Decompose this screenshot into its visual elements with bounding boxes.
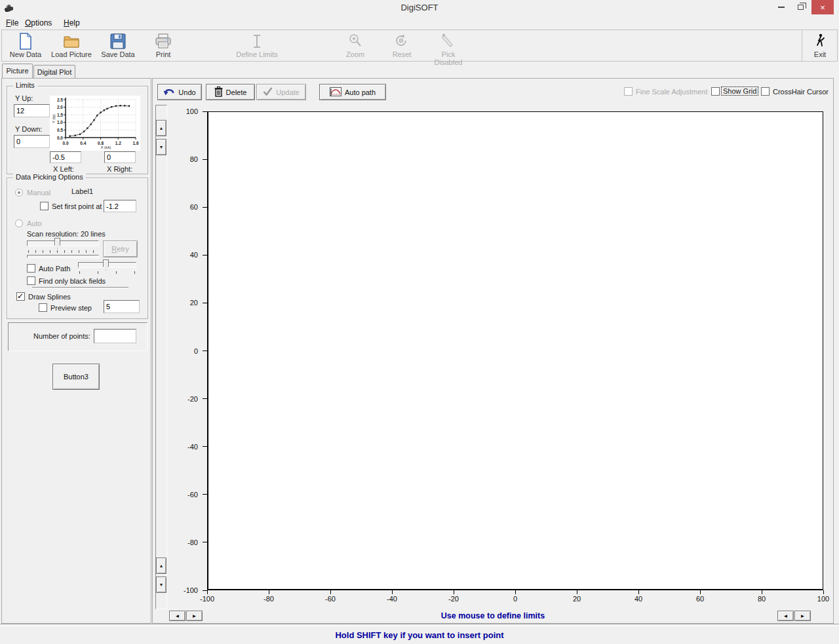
x-tick-label: -20 — [448, 595, 459, 603]
svg-text:X (kA): X (kA) — [101, 145, 111, 149]
x-tick-mark — [700, 590, 701, 594]
y-tick-label: 100 — [186, 107, 198, 115]
tab-strip: Picture Digital Plot — [0, 63, 839, 78]
menu-file[interactable]: File — [3, 17, 22, 29]
retry-button-label: Retry — [111, 245, 128, 253]
close-button[interactable]: × — [811, 0, 834, 14]
auto-path-slider-thumb[interactable] — [103, 259, 109, 271]
scroll-left-button-right[interactable]: ◄ — [777, 611, 794, 621]
maximize-button[interactable] — [790, 0, 810, 14]
y-up-label: Y Up: — [15, 94, 33, 102]
digitizing-canvas[interactable] — [207, 111, 823, 590]
button3[interactable]: Button3 — [52, 364, 100, 390]
pick-disabled-button[interactable]: Pick Disabled — [427, 33, 470, 66]
delete-label: Delete — [226, 88, 247, 96]
menu-help[interactable]: Help — [60, 17, 83, 29]
auto-path-button[interactable]: Auto path — [319, 84, 386, 100]
scan-resolution-slider-track[interactable] — [27, 240, 99, 246]
magnifier-icon — [339, 33, 372, 50]
series-label: Label1 — [71, 187, 93, 195]
pencil-icon — [427, 33, 470, 50]
x-tick-label: -40 — [387, 595, 397, 603]
exit-button[interactable]: Exit — [804, 33, 836, 58]
limits-group: Limits Y Up: Y Down: 0.00.40.81.21.60.00… — [7, 86, 148, 174]
define-limits-button[interactable]: Define Limits — [230, 33, 284, 58]
scroll-up-button-top[interactable]: ▲ — [156, 120, 166, 136]
set-first-point-checkbox[interactable] — [40, 202, 49, 210]
find-only-black-checkbox[interactable] — [27, 276, 35, 285]
vertical-scroll-strip: ▲ ▼ ▲ ▼ — [155, 105, 167, 609]
menu-options[interactable]: Options — [22, 17, 55, 29]
status-bar: Hold SHIFT key if you want to insert poi… — [0, 626, 839, 644]
toolbar-button-label: Exit — [814, 50, 826, 58]
plot-area: 100806040200-20-40-60-80-100 -100-80-60-… — [207, 111, 823, 590]
x-tick-mark — [454, 590, 454, 594]
x-left-label: X Left: — [53, 165, 74, 173]
undo-button[interactable]: Undo — [157, 84, 202, 100]
check-icon — [263, 87, 273, 97]
auto-radio[interactable] — [15, 219, 23, 227]
y-up-input[interactable] — [14, 104, 50, 117]
y-tick-mark — [203, 159, 207, 160]
y-down-input[interactable] — [14, 135, 50, 148]
y-tick-mark — [203, 111, 207, 112]
y-tick-label: -20 — [187, 395, 198, 403]
scroll-down-button-top[interactable]: ▼ — [156, 139, 166, 155]
x-tick-label: 80 — [758, 595, 766, 603]
scan-resolution-slider-ticks — [28, 250, 99, 253]
scroll-right-button-right[interactable]: ► — [794, 611, 811, 621]
toolbar-button-label: Reset — [393, 50, 412, 58]
x-tick-label: -60 — [325, 595, 336, 603]
undo-icon — [163, 87, 175, 98]
scan-resolution-slider-thumb[interactable] — [54, 238, 60, 249]
horizontal-scroll-row: ◄ ► Use mouse to define limits ◄ ► — [155, 609, 831, 622]
scroll-up-button-bottom[interactable]: ▲ — [156, 558, 166, 574]
tab-digital-plot[interactable]: Digital Plot — [33, 65, 75, 78]
tab-picture[interactable]: Picture — [2, 64, 33, 78]
number-of-points-input[interactable] — [94, 329, 136, 343]
update-button[interactable]: Update — [256, 84, 306, 100]
y-tick-mark — [203, 494, 207, 495]
svg-text:0.0: 0.0 — [57, 136, 63, 140]
fine-scale-checkbox[interactable] — [624, 87, 633, 96]
reset-button[interactable]: Reset — [386, 33, 418, 58]
draw-splines-checkbox[interactable] — [16, 292, 25, 301]
x-tick-mark — [207, 590, 208, 594]
y-down-label: Y Down: — [15, 125, 42, 133]
y-tick-label: 0 — [194, 347, 198, 355]
x-tick-label: -100 — [200, 595, 214, 603]
y-tick-label: 40 — [190, 251, 198, 259]
show-grid-checkbox[interactable] — [711, 87, 720, 96]
manual-radio[interactable] — [15, 189, 23, 197]
main-toolbar: New Data Load Picture Save Data Print De… — [1, 29, 838, 62]
new-data-button[interactable]: New Data — [6, 33, 45, 58]
x-tick-label: -80 — [263, 595, 274, 603]
retry-button[interactable]: Retry — [103, 240, 138, 257]
preview-step-checkbox[interactable] — [39, 303, 47, 312]
y-tick-mark — [203, 398, 207, 399]
x-right-input[interactable] — [104, 151, 136, 163]
load-picture-button[interactable]: Load Picture — [48, 33, 95, 58]
minimize-button[interactable] — [772, 0, 790, 14]
x-tick-mark — [392, 590, 393, 594]
y-tick-mark — [203, 542, 207, 542]
x-tick-label: 0 — [513, 595, 517, 603]
svg-text:1.5: 1.5 — [57, 113, 63, 117]
set-first-point-input[interactable] — [104, 200, 136, 212]
preview-step-input[interactable] — [104, 300, 140, 313]
crosshair-checkbox[interactable] — [761, 87, 770, 96]
scroll-down-button-bottom[interactable]: ▼ — [156, 577, 166, 593]
undo-label: Undo — [178, 88, 195, 96]
delete-button[interactable]: Delete — [206, 84, 255, 100]
scan-resolution-lower-track[interactable] — [27, 255, 99, 258]
y-tick-mark — [203, 446, 207, 447]
save-data-button[interactable]: Save Data — [99, 33, 137, 58]
zoom-button[interactable]: Zoom — [339, 33, 372, 58]
x-left-input[interactable] — [50, 151, 81, 163]
auto-path-checkbox[interactable] — [27, 264, 35, 273]
number-of-points-panel: Number of points: — [8, 322, 147, 351]
x-tick-label: 100 — [817, 595, 829, 603]
print-button[interactable]: Print — [147, 33, 179, 58]
number-of-points-label: Number of points: — [33, 332, 90, 340]
svg-text:2.0: 2.0 — [57, 105, 63, 109]
